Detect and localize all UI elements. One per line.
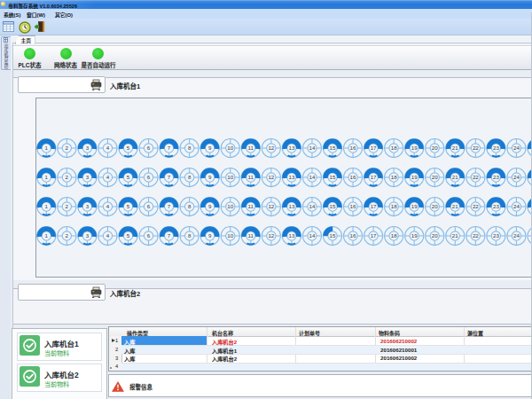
svg-text:18: 18 [391,232,397,239]
svg-text:21: 21 [452,174,458,180]
svg-text:9: 9 [208,145,212,151]
svg-text:6: 6 [147,232,151,239]
svg-text:19: 19 [411,145,418,151]
svg-text:15: 15 [330,203,336,209]
svg-text:20: 20 [432,145,438,151]
svg-text:16: 16 [350,203,356,209]
svg-text:13: 13 [288,174,294,180]
svg-text:3: 3 [86,203,90,209]
svg-text:16: 16 [350,232,356,239]
svg-text:4: 4 [106,174,110,180]
svg-text:14: 14 [309,203,316,209]
svg-text:3: 3 [86,145,90,151]
svg-text:15: 15 [330,145,336,151]
svg-text:17: 17 [371,203,377,209]
svg-text:14: 14 [309,232,316,239]
svg-text:24: 24 [513,145,520,151]
svg-text:24: 24 [513,232,520,239]
svg-text:19: 19 [411,203,418,209]
svg-text:13: 13 [288,232,294,239]
svg-text:22: 22 [473,203,479,209]
svg-text:23: 23 [493,232,499,239]
svg-text:8: 8 [188,203,192,209]
svg-text:24: 24 [513,174,520,180]
svg-text:24: 24 [513,203,520,209]
svg-text:21: 21 [452,145,458,151]
svg-text:11: 11 [248,203,254,209]
svg-text:18: 18 [391,145,397,151]
svg-text:11: 11 [248,174,254,180]
svg-text:20: 20 [432,203,438,209]
svg-text:5: 5 [127,174,130,180]
svg-text:17: 17 [371,174,377,180]
svg-text:2: 2 [66,203,69,209]
svg-text:8: 8 [188,145,192,151]
svg-text:3: 3 [86,232,90,239]
svg-text:21: 21 [452,232,458,239]
svg-text:14: 14 [309,174,316,180]
svg-text:12: 12 [268,174,274,180]
svg-text:9: 9 [208,174,212,180]
svg-text:23: 23 [493,203,499,209]
svg-text:19: 19 [411,174,418,180]
svg-text:10: 10 [227,232,233,239]
svg-text:8: 8 [188,174,192,180]
svg-text:5: 5 [127,232,130,239]
svg-text:11: 11 [248,145,254,151]
svg-text:7: 7 [168,232,171,239]
svg-text:12: 12 [268,203,274,209]
svg-text:10: 10 [227,145,233,151]
svg-text:12: 12 [268,145,274,151]
svg-text:10: 10 [227,203,233,209]
svg-text:3: 3 [86,174,90,180]
svg-text:5: 5 [127,145,130,151]
svg-text:10: 10 [227,174,233,180]
svg-text:22: 22 [473,174,479,180]
svg-text:16: 16 [350,145,356,151]
svg-text:6: 6 [147,174,151,180]
svg-text:7: 7 [168,145,171,151]
svg-text:1: 1 [45,145,49,151]
svg-text:1: 1 [45,203,49,209]
svg-text:2: 2 [66,232,69,239]
svg-text:17: 17 [371,232,377,239]
svg-text:22: 22 [473,232,479,239]
svg-text:4: 4 [106,203,110,209]
svg-text:21: 21 [452,203,458,209]
svg-text:4: 4 [106,232,110,239]
svg-text:15: 15 [330,174,336,180]
svg-text:13: 13 [288,145,294,151]
svg-text:19: 19 [411,232,418,239]
svg-text:20: 20 [432,232,438,239]
svg-text:8: 8 [188,232,192,239]
svg-text:5: 5 [127,203,130,209]
svg-text:23: 23 [493,145,499,151]
svg-text:7: 7 [168,203,171,209]
svg-text:17: 17 [371,145,377,151]
svg-text:16: 16 [350,174,356,180]
svg-text:9: 9 [208,232,212,239]
svg-text:1: 1 [45,174,49,180]
svg-text:20: 20 [432,174,438,180]
svg-text:18: 18 [391,174,397,180]
svg-text:11: 11 [248,232,254,239]
svg-text:9: 9 [208,203,212,209]
svg-text:13: 13 [288,203,294,209]
svg-text:2: 2 [66,145,69,151]
svg-text:6: 6 [147,203,151,209]
svg-text:7: 7 [168,174,171,180]
svg-text:14: 14 [309,145,316,151]
svg-text:15: 15 [330,232,336,239]
svg-text:18: 18 [391,203,397,209]
svg-text:4: 4 [106,145,110,151]
svg-text:12: 12 [268,232,274,239]
svg-text:22: 22 [473,145,479,151]
svg-text:2: 2 [66,174,69,180]
svg-text:23: 23 [493,174,499,180]
svg-text:6: 6 [147,145,151,151]
svg-text:1: 1 [45,232,49,239]
